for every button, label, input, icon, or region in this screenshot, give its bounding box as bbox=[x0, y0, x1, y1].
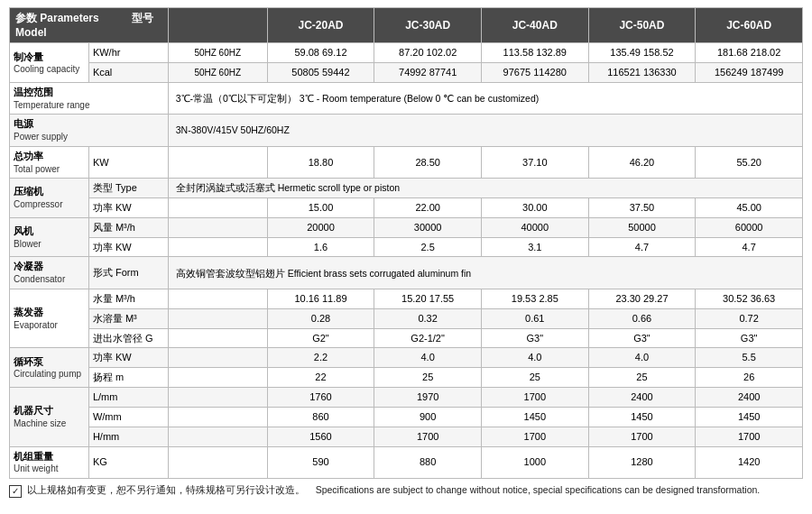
sub-label-cooling-1: Kcal bbox=[88, 63, 168, 83]
val-cooling-1-0: 50805 59442 bbox=[267, 63, 374, 83]
freq-total_power-0 bbox=[168, 146, 267, 178]
val-machine_size-0-1: 1970 bbox=[374, 388, 482, 408]
val-evaporator-1-3: 0.66 bbox=[588, 308, 696, 328]
freq-machine_size-0 bbox=[168, 388, 267, 408]
val-blower-0-4: 60000 bbox=[696, 217, 803, 237]
val-blower-0-0: 20000 bbox=[267, 217, 374, 237]
freq-blower-1 bbox=[168, 237, 267, 257]
freq-blower-0 bbox=[168, 217, 267, 237]
section-label-blower: 风机Blower bbox=[10, 217, 89, 257]
val-machine_size-1-0: 860 bbox=[267, 407, 374, 427]
val-evaporator-0-2: 19.53 2.85 bbox=[481, 289, 588, 308]
val-blower-1-1: 2.5 bbox=[374, 237, 482, 257]
val-cooling-0-1: 87.20 102.02 bbox=[374, 43, 482, 63]
val-blower-0-2: 40000 bbox=[481, 217, 588, 237]
row-blower-0: 风机Blower风量 M³/h2000030000400005000060000 bbox=[10, 217, 803, 237]
val-compressor-1-1: 22.00 bbox=[374, 197, 482, 217]
val-compressor-1-2: 30.00 bbox=[481, 197, 588, 217]
val-compressor-1-3: 37.50 bbox=[588, 197, 696, 217]
section-row-power_supply: 电源Power supply3N-380V/415V 50HZ/60HZ bbox=[10, 115, 803, 146]
row-unit_weight-0: 机组重量Unit weightKG590880100012801420 bbox=[10, 446, 803, 478]
jc20-header: JC-20AD bbox=[267, 8, 374, 43]
val-evaporator-2-4: G3" bbox=[696, 328, 803, 348]
val-machine_size-0-2: 1700 bbox=[481, 388, 588, 408]
val-evaporator-0-3: 23.30 29.27 bbox=[588, 289, 696, 308]
sub-label-machine_size-1: W/mm bbox=[88, 407, 168, 427]
sub-label-evaporator-2: 进出水管径 G bbox=[88, 328, 168, 348]
span-val-compressor-0: 全封闭涡旋式或活塞式 Hermetic scroll type or pisto… bbox=[168, 179, 802, 198]
row-machine_size-2: H/mm15601700170017001700 bbox=[10, 427, 803, 446]
span-val-temp: 3℃-常温（0℃以下可定制） 3℃ - Room temperature (Be… bbox=[168, 83, 802, 115]
sub-label-circulating_pump-1: 扬程 m bbox=[88, 368, 168, 388]
sub-label-compressor-0: 类型 Type bbox=[88, 179, 168, 198]
val-blower-1-4: 4.7 bbox=[696, 237, 803, 257]
val-unit_weight-0-2: 1000 bbox=[481, 446, 588, 478]
row-circulating_pump-1: 扬程 m2225252526 bbox=[10, 368, 803, 388]
val-circulating_pump-1-4: 26 bbox=[696, 368, 803, 388]
section-label-power_supply: 电源Power supply bbox=[10, 115, 169, 146]
model-col-header bbox=[168, 8, 267, 43]
val-evaporator-2-0: G2" bbox=[267, 328, 374, 348]
param-header: 参数 Parameters 型号 Model bbox=[10, 8, 169, 43]
val-circulating_pump-0-1: 4.0 bbox=[374, 348, 482, 368]
footer-text: 以上规格如有变更，恕不另行通知，特殊规格可另行设计改造。 Specificati… bbox=[27, 484, 760, 497]
table-body: 制冷量Cooling capacityKW/hr50HZ 60HZ59.08 6… bbox=[10, 43, 803, 479]
sub-label-compressor-1: 功率 KW bbox=[88, 197, 168, 217]
val-cooling-1-3: 116521 136330 bbox=[588, 63, 696, 83]
val-evaporator-1-0: 0.28 bbox=[267, 308, 374, 328]
val-evaporator-2-2: G3" bbox=[481, 328, 588, 348]
val-total_power-0-1: 28.50 bbox=[374, 146, 482, 178]
val-evaporator-1-2: 0.61 bbox=[481, 308, 588, 328]
val-evaporator-0-1: 15.20 17.55 bbox=[374, 289, 482, 308]
section-label-total_power: 总功率Total power bbox=[10, 146, 89, 178]
sub-label-machine_size-2: H/mm bbox=[88, 427, 168, 446]
footer-en: Specifications are subject to change wit… bbox=[316, 484, 761, 495]
val-machine_size-1-4: 1450 bbox=[696, 407, 803, 427]
section-label-evaporator: 蒸发器Evaporator bbox=[10, 289, 89, 348]
val-evaporator-2-3: G3" bbox=[588, 328, 696, 348]
row-blower-1: 功率 KW1.62.53.14.74.7 bbox=[10, 237, 803, 257]
sub-label-blower-1: 功率 KW bbox=[88, 237, 168, 257]
row-machine_size-0: 机器尺寸Machine sizeL/mm17601970170024002400 bbox=[10, 388, 803, 408]
freq-evaporator-2 bbox=[168, 328, 267, 348]
val-cooling-0-2: 113.58 132.89 bbox=[481, 43, 588, 63]
val-blower-1-3: 4.7 bbox=[588, 237, 696, 257]
sub-label-circulating_pump-0: 功率 KW bbox=[88, 348, 168, 368]
sub-label-evaporator-0: 水量 M³/h bbox=[88, 289, 168, 308]
val-circulating_pump-0-4: 5.5 bbox=[696, 348, 803, 368]
val-evaporator-0-4: 30.52 36.63 bbox=[696, 289, 803, 308]
val-blower-1-2: 3.1 bbox=[481, 237, 588, 257]
section-row-temp: 温控范围Temperature range3℃-常温（0℃以下可定制） 3℃ -… bbox=[10, 83, 803, 115]
val-machine_size-0-0: 1760 bbox=[267, 388, 374, 408]
val-machine_size-0-3: 2400 bbox=[588, 388, 696, 408]
val-unit_weight-0-4: 1420 bbox=[696, 446, 803, 478]
val-circulating_pump-0-0: 2.2 bbox=[267, 348, 374, 368]
sub-label-machine_size-0: L/mm bbox=[88, 388, 168, 408]
val-cooling-1-2: 97675 114280 bbox=[481, 63, 588, 83]
val-blower-1-0: 1.6 bbox=[267, 237, 374, 257]
row-total_power-0: 总功率Total powerKW18.8028.5037.1046.2055.2… bbox=[10, 146, 803, 178]
freq-machine_size-2 bbox=[168, 427, 267, 446]
row-condenser-0: 冷凝器Condensator形式 Form高效铜管套波纹型铝翅片 Efficie… bbox=[10, 257, 803, 289]
section-label-condenser: 冷凝器Condensator bbox=[10, 257, 89, 289]
footer-row: ✓ 以上规格如有变更，恕不另行通知，特殊规格可另行设计改造。 Specifica… bbox=[9, 484, 803, 498]
val-evaporator-0-0: 10.16 11.89 bbox=[267, 289, 374, 308]
val-circulating_pump-1-2: 25 bbox=[481, 368, 588, 388]
val-evaporator-2-1: G2-1/2" bbox=[374, 328, 482, 348]
row-evaporator-0: 蒸发器Evaporator水量 M³/h10.16 11.8915.20 17.… bbox=[10, 289, 803, 308]
row-evaporator-2: 进出水管径 GG2"G2-1/2"G3"G3"G3" bbox=[10, 328, 803, 348]
checkbox-icon: ✓ bbox=[9, 485, 22, 498]
val-unit_weight-0-0: 590 bbox=[267, 446, 374, 478]
val-machine_size-2-3: 1700 bbox=[588, 427, 696, 446]
sub-label-unit_weight-0: KG bbox=[88, 446, 168, 478]
freq-cooling-0: 50HZ 60HZ bbox=[168, 43, 267, 63]
val-cooling-0-3: 135.49 158.52 bbox=[588, 43, 696, 63]
sub-label-condenser-0: 形式 Form bbox=[88, 257, 168, 289]
val-unit_weight-0-1: 880 bbox=[374, 446, 482, 478]
val-total_power-0-2: 37.10 bbox=[481, 146, 588, 178]
val-cooling-1-4: 156249 187499 bbox=[696, 63, 803, 83]
val-machine_size-0-4: 2400 bbox=[696, 388, 803, 408]
val-circulating_pump-0-2: 4.0 bbox=[481, 348, 588, 368]
span-val-power_supply: 3N-380V/415V 50HZ/60HZ bbox=[168, 115, 802, 146]
val-compressor-1-4: 45.00 bbox=[696, 197, 803, 217]
